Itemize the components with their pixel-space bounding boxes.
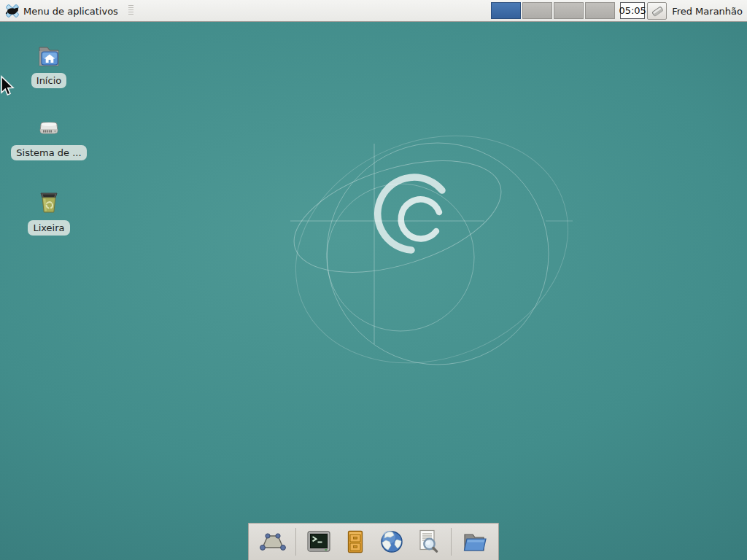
user-actions-button[interactable] bbox=[647, 2, 667, 20]
show-desktop-button[interactable] bbox=[258, 526, 288, 557]
terminal-launcher[interactable] bbox=[303, 526, 334, 557]
file-cabinet-icon bbox=[341, 528, 369, 556]
user-name-label[interactable]: Fred Maranhão bbox=[672, 5, 743, 17]
terminal-icon bbox=[305, 528, 333, 556]
application-finder-icon bbox=[414, 528, 442, 556]
bottom-dock-panel bbox=[248, 523, 499, 560]
top-panel: Menu de aplicativos 05:05 Fred Maranhão bbox=[0, 0, 747, 22]
desktop-icon-label: Lixeira bbox=[28, 220, 69, 236]
desktop-wallpaper bbox=[0, 0, 747, 560]
applications-menu-label: Menu de aplicativos bbox=[23, 5, 118, 17]
dock-separator bbox=[451, 528, 452, 556]
web-browser-launcher[interactable] bbox=[376, 526, 407, 557]
workspace-button-1[interactable] bbox=[491, 2, 521, 19]
home-folder-icon bbox=[34, 41, 63, 70]
panel-grip-handle[interactable] bbox=[128, 5, 133, 16]
dock-separator bbox=[295, 528, 296, 556]
xfce-logo-icon bbox=[4, 3, 20, 19]
file-cabinet-launcher[interactable] bbox=[340, 526, 371, 557]
desktop-icon-home[interactable]: Início bbox=[5, 41, 93, 88]
file-manager-launcher[interactable] bbox=[459, 526, 489, 557]
desktop-icon-trash[interactable]: Lixeira bbox=[5, 188, 93, 236]
desktop-icon-filesystem[interactable]: Sistema de ... bbox=[5, 113, 93, 160]
eraser-icon bbox=[650, 4, 665, 18]
applications-menu-button[interactable]: Menu de aplicativos bbox=[0, 0, 123, 21]
desktop-icon-label: Sistema de ... bbox=[11, 145, 86, 160]
web-browser-globe-icon bbox=[378, 528, 406, 556]
file-manager-folder-icon bbox=[460, 528, 488, 556]
filesystem-drive-icon bbox=[34, 113, 63, 142]
desktop-icon-label: Início bbox=[31, 73, 66, 88]
show-desktop-icon bbox=[259, 528, 287, 556]
workspace-button-4[interactable] bbox=[585, 2, 615, 19]
panel-clock: 05:05 bbox=[620, 2, 645, 19]
trash-icon bbox=[34, 188, 63, 217]
workspace-button-2[interactable] bbox=[522, 2, 552, 19]
workspace-switcher bbox=[491, 2, 615, 19]
workspace-button-3[interactable] bbox=[554, 2, 584, 19]
application-finder-launcher[interactable] bbox=[413, 526, 444, 557]
user-actions-area[interactable]: Fred Maranhão bbox=[647, 2, 743, 20]
debian-swirl-artwork bbox=[0, 0, 747, 560]
